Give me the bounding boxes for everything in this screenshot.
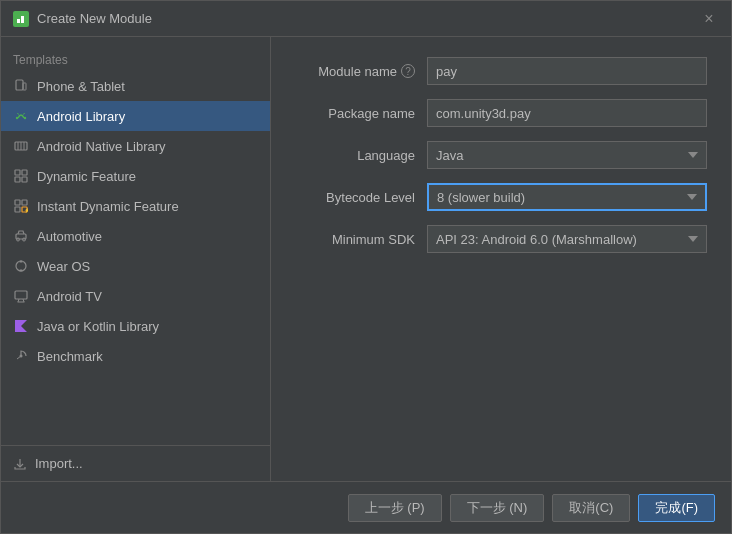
sidebar-item-instant-dynamic[interactable]: ⚡ Instant Dynamic Feature <box>1 191 270 221</box>
cancel-button[interactable]: 取消(C) <box>552 494 630 522</box>
wear-os-icon <box>13 258 29 274</box>
svg-rect-27 <box>15 291 27 299</box>
sidebar-item-label: Android Native Library <box>37 139 166 154</box>
svg-text:⚡: ⚡ <box>24 207 29 213</box>
dialog-content: Templates Phone & Tablet <box>1 37 731 481</box>
svg-rect-12 <box>15 170 20 175</box>
automotive-icon <box>13 228 29 244</box>
main-panel: Module name ? Package name Language Java… <box>271 37 731 481</box>
module-name-label: Module name ? <box>295 64 415 79</box>
svg-rect-0 <box>17 19 20 23</box>
language-select[interactable]: Java Kotlin <box>427 141 707 169</box>
svg-line-7 <box>24 113 25 115</box>
sidebar-item-dynamic-feature[interactable]: Dynamic Feature <box>1 161 270 191</box>
dialog-title: Create New Module <box>37 11 699 26</box>
svg-rect-1 <box>21 16 24 23</box>
next-button[interactable]: 下一步 (N) <box>450 494 545 522</box>
sidebar-item-label: Wear OS <box>37 259 90 274</box>
finish-button[interactable]: 完成(F) <box>638 494 715 522</box>
dynamic-feature-icon <box>13 168 29 184</box>
bytecode-select[interactable]: 6 7 8 (slower build) <box>427 183 707 211</box>
svg-rect-3 <box>23 83 26 90</box>
android-native-icon <box>13 138 29 154</box>
sidebar-item-label: Instant Dynamic Feature <box>37 199 179 214</box>
android-library-icon <box>13 108 29 124</box>
prev-button[interactable]: 上一步 (P) <box>348 494 442 522</box>
sidebar-item-kotlin-library[interactable]: Java or Kotlin Library <box>1 311 270 341</box>
sidebar-item-label: Automotive <box>37 229 102 244</box>
svg-rect-25 <box>20 261 23 263</box>
svg-rect-18 <box>15 207 20 212</box>
sidebar-item-label: Java or Kotlin Library <box>37 319 159 334</box>
module-name-input[interactable] <box>427 57 707 85</box>
svg-marker-31 <box>15 320 27 332</box>
svg-line-6 <box>18 113 19 115</box>
import-section: Import... <box>1 445 270 481</box>
sidebar-item-wear-os[interactable]: Wear OS <box>1 251 270 281</box>
package-name-label: Package name <box>295 106 415 121</box>
sidebar-item-android-native[interactable]: Android Native Library <box>1 131 270 161</box>
sidebar-section-label: Templates <box>1 45 270 71</box>
kotlin-library-icon <box>13 318 29 334</box>
sidebar-item-android-tv[interactable]: Android TV <box>1 281 270 311</box>
svg-rect-17 <box>22 200 27 205</box>
sidebar-item-label: Android Library <box>37 109 125 124</box>
close-button[interactable]: × <box>699 9 719 29</box>
svg-point-4 <box>16 117 18 119</box>
sidebar-item-phone-tablet[interactable]: Phone & Tablet <box>1 71 270 101</box>
bytecode-level-row: Bytecode Level 6 7 8 (slower build) <box>295 183 707 211</box>
sidebar-item-label: Android TV <box>37 289 102 304</box>
sidebar-item-label: Phone & Tablet <box>37 79 125 94</box>
min-sdk-label: Minimum SDK <box>295 232 415 247</box>
svg-rect-16 <box>15 200 20 205</box>
svg-rect-15 <box>22 177 27 182</box>
module-name-help-icon[interactable]: ? <box>401 64 415 78</box>
sidebar-item-android-library[interactable]: Android Library <box>1 101 270 131</box>
create-new-module-dialog: Create New Module × Templates Phone & Ta… <box>0 0 732 534</box>
min-sdk-select[interactable]: API 21: Android 5.0 (Lollipop) API 22: A… <box>427 225 707 253</box>
footer: 上一步 (P) 下一步 (N) 取消(C) 完成(F) <box>1 481 731 533</box>
instant-dynamic-icon: ⚡ <box>13 198 29 214</box>
sidebar: Templates Phone & Tablet <box>1 37 271 481</box>
phone-tablet-icon <box>13 78 29 94</box>
title-bar: Create New Module × <box>1 1 731 37</box>
svg-rect-14 <box>15 177 20 182</box>
min-sdk-row: Minimum SDK API 21: Android 5.0 (Lollipo… <box>295 225 707 253</box>
dialog-icon <box>13 11 29 27</box>
module-name-row: Module name ? <box>295 57 707 85</box>
language-row: Language Java Kotlin <box>295 141 707 169</box>
package-name-row: Package name <box>295 99 707 127</box>
svg-rect-2 <box>16 80 23 90</box>
sidebar-item-label: Benchmark <box>37 349 103 364</box>
package-name-input[interactable] <box>427 99 707 127</box>
sidebar-item-automotive[interactable]: Automotive <box>1 221 270 251</box>
import-button[interactable]: Import... <box>13 456 258 471</box>
bytecode-label: Bytecode Level <box>295 190 415 205</box>
benchmark-icon <box>13 348 29 364</box>
android-tv-icon <box>13 288 29 304</box>
sidebar-item-label: Dynamic Feature <box>37 169 136 184</box>
svg-rect-13 <box>22 170 27 175</box>
sidebar-item-benchmark[interactable]: Benchmark <box>1 341 270 371</box>
import-label: Import... <box>35 456 83 471</box>
svg-rect-26 <box>20 270 23 272</box>
language-label: Language <box>295 148 415 163</box>
svg-point-5 <box>24 117 26 119</box>
